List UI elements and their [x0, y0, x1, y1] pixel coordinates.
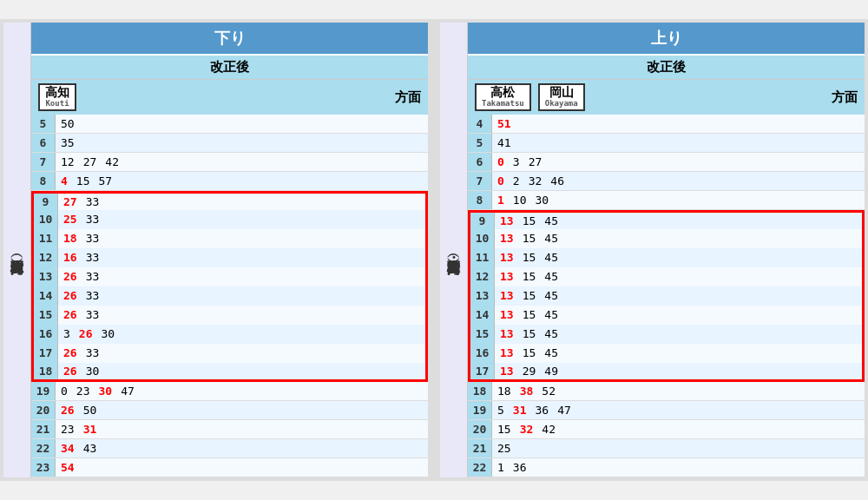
hour-cell: 12 — [470, 267, 495, 286]
time-entry: 15 — [523, 308, 536, 321]
time-entry: 33 — [86, 289, 100, 302]
times-cell: 131545 — [495, 326, 862, 342]
hour-cell: 14 — [34, 286, 58, 306]
left-time-rows: 5506357122742841557927331025331118331216… — [31, 115, 428, 477]
time-entry: 32 — [529, 174, 542, 188]
table-row: 17132949 — [468, 363, 865, 382]
table-row: 20153242 — [468, 420, 865, 439]
right-revision: 改正後 — [468, 56, 865, 80]
hour-cell: 8 — [31, 172, 56, 190]
time-entry: 33 — [86, 213, 100, 226]
time-entry: 1 — [497, 461, 504, 474]
time-entry: 45 — [544, 327, 558, 340]
time-entry: 45 — [544, 214, 558, 227]
time-entry: 43 — [83, 442, 97, 455]
time-entry: 46 — [550, 174, 564, 188]
table-row: 132633 — [31, 267, 428, 286]
table-row: 60327 — [468, 153, 865, 172]
times-cell: 2533 — [58, 211, 425, 227]
hour-cell: 21 — [31, 420, 56, 438]
table-row: 172633 — [31, 344, 428, 363]
main-container: 土佐山田駅（高知方面） 下り 改正後 高知 Kouti 方面 550635712… — [0, 19, 868, 480]
table-row: 111833 — [31, 229, 428, 248]
left-dest-row: 高知 Kouti 方面 — [31, 80, 428, 114]
time-entry: 26 — [63, 308, 77, 321]
table-row: 92733 — [31, 191, 428, 210]
time-entry: 27 — [529, 155, 542, 168]
time-entry: 36 — [513, 461, 527, 474]
times-cell: 131545 — [495, 287, 862, 304]
table-row: 451 — [468, 115, 865, 134]
time-entry: 15 — [523, 327, 536, 340]
left-timetable: 高知 Kouti 方面 5506357122742841557927331025… — [31, 80, 428, 477]
hour-cell: 6 — [31, 134, 56, 152]
time-entry: 15 — [76, 174, 90, 188]
time-entry: 42 — [542, 423, 556, 436]
time-entry: 45 — [544, 251, 558, 264]
panel-divider — [431, 23, 437, 477]
time-entry: 45 — [544, 232, 558, 245]
time-entry: 31 — [513, 404, 527, 417]
time-entry: 10 — [513, 194, 527, 207]
right-time-rows: 4515416032770232468110309131545101315451… — [468, 115, 865, 477]
table-row: 14131545 — [468, 306, 865, 325]
time-entry: 4 — [61, 174, 68, 188]
time-entry: 18 — [63, 232, 77, 245]
times-cell: 136 — [492, 459, 865, 476]
hour-cell: 13 — [34, 267, 58, 286]
hour-cell: 20 — [31, 401, 56, 419]
times-cell: 41557 — [56, 173, 428, 189]
time-entry: 13 — [500, 365, 514, 378]
time-entry: 45 — [544, 270, 558, 283]
time-entry: 45 — [544, 289, 558, 302]
time-entry: 31 — [83, 423, 97, 436]
left-dest-box: 高知 Kouti — [38, 83, 76, 110]
time-entry: 0 — [497, 155, 504, 168]
time-entry: 47 — [121, 385, 135, 398]
left-dest-suffix: 方面 — [395, 89, 421, 106]
time-entry: 12 — [61, 155, 75, 168]
hour-cell: 22 — [468, 458, 492, 477]
times-cell: 131545 — [495, 268, 862, 285]
table-row: 16131545 — [468, 344, 865, 363]
hour-cell: 21 — [468, 439, 492, 457]
times-cell: 131545 — [495, 230, 862, 247]
time-entry: 47 — [557, 404, 571, 417]
time-entry: 13 — [500, 214, 514, 227]
hour-cell: 6 — [468, 153, 492, 171]
time-entry: 54 — [61, 461, 75, 474]
times-cell: 5313647 — [492, 402, 865, 418]
time-entry: 16 — [63, 251, 77, 264]
table-row: 142633 — [31, 286, 428, 306]
right-dest-box-takamatsu: 高松 Takamatsu — [475, 83, 531, 110]
times-cell: 1633 — [58, 249, 425, 266]
time-entry: 33 — [86, 308, 100, 321]
table-row: 223443 — [31, 439, 428, 458]
time-entry: 18 — [497, 385, 511, 398]
right-dest-row: 高松 Takamatsu 岡山 Okayama 方面 — [468, 80, 865, 114]
time-entry: 0 — [61, 385, 68, 398]
time-entry: 32 — [520, 423, 534, 436]
times-cell: 2650 — [56, 402, 428, 418]
times-cell: 153242 — [492, 421, 865, 438]
hour-cell: 5 — [31, 115, 56, 133]
hour-cell: 11 — [470, 248, 495, 267]
time-entry: 50 — [83, 404, 97, 417]
time-entry: 13 — [500, 327, 514, 340]
time-entry: 13 — [500, 308, 514, 321]
table-row: 202650 — [31, 401, 428, 420]
hour-cell: 14 — [470, 306, 495, 325]
times-cell: 023246 — [492, 173, 865, 189]
table-row: 12131545 — [468, 267, 865, 286]
hour-cell: 8 — [468, 191, 492, 209]
hour-cell: 10 — [34, 210, 58, 229]
time-entry: 2 — [513, 174, 520, 188]
time-entry: 41 — [497, 136, 511, 149]
hour-cell: 9 — [34, 194, 58, 210]
right-dest-name-okayama: 岡山 — [549, 86, 574, 99]
time-entry: 33 — [86, 195, 100, 208]
times-cell: 132949 — [495, 363, 862, 379]
time-entry: 26 — [79, 327, 93, 340]
time-entry: 42 — [105, 155, 119, 168]
right-panel: 高知駅（高松・岡山方面） 上り 改正後 高松 Takamatsu 岡山 Okay… — [440, 23, 865, 477]
